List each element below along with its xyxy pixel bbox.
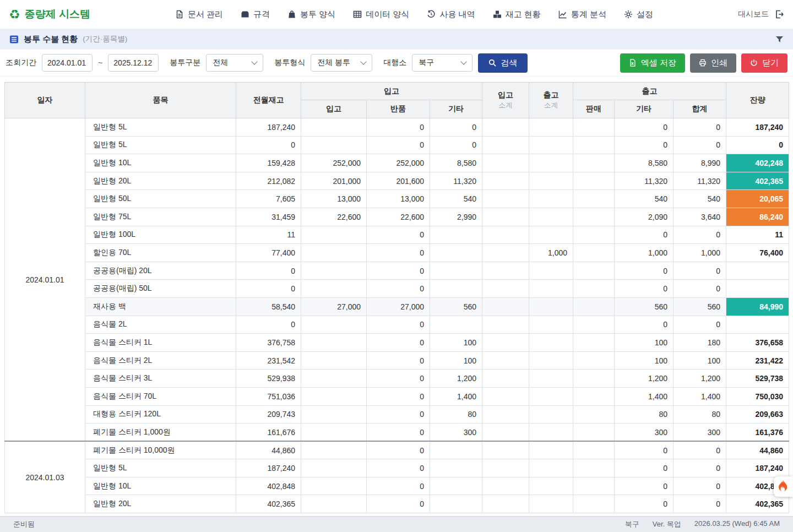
value-cell: 0 [615,459,673,477]
value-cell: 22,600 [367,208,430,226]
value-cell: 1,000 [529,244,573,262]
date-from-input[interactable] [42,54,93,72]
menu-label: 문서 관리 [188,9,223,20]
value-cell [573,334,615,352]
menu-item-documents[interactable]: 문서 관리 [175,9,223,20]
menu-item-bag-format[interactable]: 봉투 양식 [287,9,335,20]
menu-item-statistics[interactable]: 통계 분석 [558,9,606,20]
close-button[interactable]: 닫기 [741,53,787,73]
value-cell: 161,676 [236,424,301,442]
value-cell: 540 [615,190,673,208]
value-cell: 58,540 [236,297,301,316]
menu-item-inventory[interactable]: 재고 현황 [493,9,541,20]
value-cell [301,226,367,244]
header-in: 입고 [301,100,367,118]
item-cell: 공공용(매립) 50L [85,280,236,298]
app-brand[interactable]: ♻ 종량제 시스템 [9,7,90,21]
menu-item-data-format[interactable]: 데이터 양식 [353,9,409,20]
tilde-separator: ~ [98,58,102,67]
item-cell: 재사용 백 [85,297,236,316]
filter-icon[interactable] [775,35,784,44]
value-cell: 13,000 [301,190,367,208]
menu-item-settings[interactable]: 설정 [624,9,653,20]
debugbar-toggle[interactable] [774,476,793,497]
item-cell: 일반형 5L [85,136,236,154]
value-cell [529,495,573,513]
table-row: 할인용 70L77,40001,0001,0001,00076,400 [5,244,789,262]
value-cell [482,297,529,316]
header-in-subtotal-title: 입고 [482,90,529,100]
table-row: 일반형 5L187,240000187,240 [5,459,789,477]
value-cell [430,441,482,459]
value-cell [301,459,367,477]
value-cell: 252,000 [367,154,430,172]
period-label: 조회기간 [6,58,36,68]
value-cell: 1,400 [615,387,673,405]
remain-cell: 402,248 [726,154,789,172]
value-cell: 100 [615,334,673,352]
logout-icon[interactable] [774,9,784,19]
table-row: 일반형 10L159,428252,000252,0008,5808,5808,… [5,154,789,172]
value-cell: 22,600 [301,208,367,226]
item-cell: 일반형 20L [85,495,236,513]
value-cell: 0 [615,280,673,298]
remain-cell: 76,400 [726,244,789,262]
search-button[interactable]: 검색 [478,53,528,73]
value-cell [529,136,573,154]
value-cell [301,477,367,495]
value-cell [430,477,482,495]
value-cell: 180 [673,334,726,352]
value-cell: 201,600 [367,172,430,190]
value-cell [529,154,573,172]
value-cell: 0 [673,441,726,459]
item-cell: 일반형 10L [85,154,236,172]
excel-save-button[interactable]: 엑셀 저장 [620,53,685,73]
table-row: 2024.01.03폐기물 스티커 10,000원44,86000044,860 [5,441,789,459]
value-cell [482,405,529,424]
menu-item-spec[interactable]: 규격 [241,9,270,20]
value-cell: 0 [367,405,430,424]
menu-label: 설정 [637,9,653,20]
agency-select[interactable]: 북구 [412,54,472,72]
value-cell [529,405,573,424]
remain-cell: 187,240 [726,118,789,137]
status-ready: 준비됨 [13,519,35,529]
value-cell: 0 [367,387,430,405]
chart-line-icon [558,10,567,19]
value-cell: 560 [430,297,482,316]
date-cell: 2024.01.01 [5,118,85,442]
menu-item-usage-history[interactable]: 사용 내역 [427,9,475,20]
header-total: 합계 [673,100,726,118]
header-out-subtotal-title: 출고 [529,90,573,100]
value-cell: 0 [430,118,482,137]
value-cell: 1,400 [673,387,726,405]
remain-cell: 20,065 [726,190,789,208]
header-in-subtotal: 입고 소계 [482,83,529,118]
item-cell: 일반형 20L [85,172,236,190]
value-cell [529,208,573,226]
value-cell [301,280,367,298]
bag-type-select[interactable]: 전체 [206,54,263,72]
value-cell: 0 [367,370,430,388]
print-button[interactable]: 인쇄 [690,53,736,73]
value-cell: 0 [367,244,430,262]
dashboard-link[interactable]: 대시보드 [738,9,769,19]
value-cell [482,244,529,262]
value-cell: 2,090 [615,208,673,226]
value-cell [529,477,573,495]
item-cell: 폐기물 스티커 10,000원 [85,441,236,459]
value-cell [430,262,482,280]
item-cell: 할인용 70L [85,244,236,262]
value-cell [482,118,529,137]
date-to-input[interactable] [108,54,159,72]
value-cell: 0 [367,118,430,137]
chevron-down-icon [461,58,467,64]
value-cell: 2,990 [430,208,482,226]
value-cell: 0 [615,118,673,137]
value-cell: 3,640 [673,208,726,226]
item-cell: 음식물 스티커 1L [85,334,236,352]
bag-format-select[interactable]: 전체 봉투 [311,54,372,72]
status-datetime: 2026.03.25 (Wed) 6:45 AM [694,519,780,529]
value-cell: 8,580 [615,154,673,172]
value-cell: 0 [367,280,430,298]
